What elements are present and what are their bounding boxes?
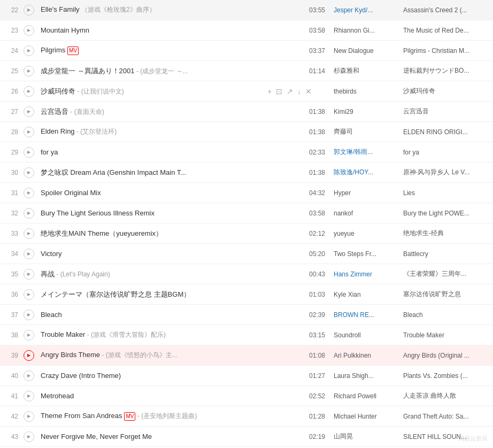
- track-artist[interactable]: Hyper: [330, 189, 400, 197]
- mv-badge[interactable]: MV: [67, 47, 79, 55]
- track-row[interactable]: 33▶绝地求生MAIN Theme（yueyueremix）02:12yueyu…: [0, 223, 493, 244]
- track-artist[interactable]: Kyle Xian: [330, 291, 400, 298]
- folder-icon[interactable]: ⊡: [275, 86, 283, 97]
- track-row[interactable]: 41▶Metrohead02:52Richard Powell人走茶凉 曲终人散: [0, 386, 493, 406]
- track-row[interactable]: 30▶梦之咏叹 Dream Aria (Genshin Impact Main …: [0, 163, 493, 183]
- track-artist[interactable]: Soundroll: [330, 331, 400, 339]
- play-button[interactable]: ▶: [24, 66, 34, 76]
- play-button[interactable]: ▶: [24, 147, 34, 158]
- track-artist[interactable]: Two Steps Fr...: [330, 250, 400, 258]
- track-title[interactable]: Mountain Hymn: [41, 26, 89, 34]
- track-artist[interactable]: 山岡晃: [330, 432, 400, 441]
- track-title[interactable]: 绝地求生MAIN Theme（yueyueremix）: [41, 229, 163, 237]
- track-row[interactable]: 24▶PilgrimsMV03:37New DialoguePilgrims -…: [0, 41, 493, 61]
- track-album[interactable]: 逆転裁判サウンドBO...: [400, 66, 491, 75]
- track-title[interactable]: Never Forgive Me, Never Forget Me: [41, 432, 152, 441]
- track-album[interactable]: 《王者荣耀》三周年...: [400, 269, 491, 279]
- play-button[interactable]: ▶: [24, 330, 34, 341]
- track-album[interactable]: Battlecry: [400, 250, 491, 258]
- share-icon[interactable]: ↗: [286, 86, 294, 97]
- track-album[interactable]: Bleach: [400, 311, 491, 319]
- play-button[interactable]: ▶: [24, 127, 34, 137]
- track-row[interactable]: 31▶Spoiler Original Mix04:32HyperLies: [0, 183, 493, 203]
- track-title[interactable]: Pilgrims: [41, 46, 65, 54]
- track-album[interactable]: Assassin's Creed 2 (...: [400, 6, 491, 14]
- track-row[interactable]: 28▶Elden Ring - (艾尔登法环)01:38齊藤司ELDEN RIN…: [0, 122, 493, 142]
- delete-icon[interactable]: ✕: [304, 86, 313, 97]
- track-artist[interactable]: yueyue: [330, 230, 400, 237]
- track-album[interactable]: Plants Vs. Zombies (...: [400, 372, 491, 380]
- track-title[interactable]: Crazy Dave (Intro Theme): [41, 372, 121, 380]
- track-artist[interactable]: Hans Zimmer: [330, 271, 400, 278]
- track-title[interactable]: Bury The Light Serious Illness Remix: [41, 209, 155, 217]
- track-title[interactable]: Elden Ring: [41, 127, 75, 135]
- track-row[interactable]: 36▶メインテーマ（塞尔达传说旷野之息 主题BGM）01:03Kyle Xian…: [0, 284, 493, 305]
- track-row[interactable]: 35▶再战 - (Let's Play Again)00:43Hans Zimm…: [0, 264, 493, 284]
- track-title[interactable]: 沙威玛传奇: [41, 87, 75, 95]
- track-title[interactable]: メインテーマ（塞尔达传说旷野之息 主题BGM）: [41, 290, 190, 298]
- play-button[interactable]: ▶: [24, 188, 34, 198]
- track-row[interactable]: 32▶Bury The Light Serious Illness Remix0…: [0, 203, 493, 223]
- play-button[interactable]: ▶: [24, 86, 34, 97]
- play-button[interactable]: ▶: [24, 269, 34, 280]
- track-album[interactable]: Pilgrims - Christian M...: [400, 47, 491, 55]
- track-row[interactable]: 38▶Trouble Maker - (游戏《滑雪大冒险》配乐)03:15Sou…: [0, 325, 493, 345]
- track-artist[interactable]: 陈致逸/HOY...: [330, 168, 400, 177]
- play-button[interactable]: ▶: [24, 310, 34, 320]
- track-title[interactable]: Bleach: [41, 311, 62, 319]
- track-album[interactable]: Angry Birds (Original ...: [400, 352, 491, 359]
- track-title[interactable]: Theme From San Andreas: [41, 412, 122, 420]
- track-album[interactable]: for ya: [400, 149, 491, 156]
- track-album[interactable]: 原神·风与异乡人 Le V...: [400, 168, 491, 177]
- play-button[interactable]: ▶: [24, 370, 34, 381]
- track-row[interactable]: 43▶Never Forgive Me, Never Forget Me02:1…: [0, 427, 493, 447]
- play-button[interactable]: ▶: [24, 350, 34, 361]
- track-artist[interactable]: nankof: [330, 210, 400, 217]
- track-artist[interactable]: Michael Hunter: [330, 413, 400, 420]
- track-title[interactable]: for ya: [41, 148, 58, 156]
- play-button[interactable]: ▶: [24, 25, 34, 36]
- track-artist[interactable]: Ari Pulkkinen: [330, 352, 400, 359]
- track-title[interactable]: Victory: [41, 250, 62, 258]
- track-row[interactable]: 29▶for ya02:33郭文琳/韩雨...for ya: [0, 142, 493, 163]
- play-button[interactable]: ▶: [24, 45, 34, 56]
- track-album[interactable]: Grand Theft Auto: Sa...: [400, 413, 491, 420]
- track-artist[interactable]: BROWN RE...: [330, 311, 400, 319]
- track-row[interactable]: 23▶Mountain Hymn03:58Rhiannon Gi...The M…: [0, 20, 493, 41]
- track-row[interactable]: 22▶Elle's Family （游戏《枪玫瑰2》曲序）03:55Jesper…: [0, 0, 493, 20]
- mv-badge[interactable]: MV: [124, 412, 135, 421]
- track-album[interactable]: 沙威玛传奇: [400, 87, 491, 96]
- track-album[interactable]: Trouble Maker: [400, 331, 491, 339]
- track-row[interactable]: 37▶Bleach02:39BROWN RE...Bleach: [0, 305, 493, 325]
- add-icon[interactable]: +: [266, 86, 273, 97]
- track-artist[interactable]: thebirds: [330, 88, 400, 95]
- track-album[interactable]: ELDEN RING ORIGI...: [400, 128, 491, 136]
- track-artist[interactable]: 杉森雅和: [330, 66, 400, 75]
- track-row[interactable]: 34▶Victory05:20Two Steps Fr...Battlecry: [0, 244, 493, 264]
- track-artist[interactable]: 郭文琳/韩雨...: [330, 148, 400, 157]
- track-artist[interactable]: Kimi29: [330, 108, 400, 115]
- play-button[interactable]: ▶: [24, 431, 34, 442]
- track-album[interactable]: 塞尔达传说旷野之息: [400, 290, 491, 299]
- track-row[interactable]: 40▶Crazy Dave (Intro Theme)01:27Laura Sh…: [0, 366, 493, 386]
- track-album[interactable]: 人走茶凉 曲终人散: [400, 391, 491, 400]
- track-album[interactable]: 云宫迅音: [400, 107, 491, 116]
- play-button[interactable]: ▶: [24, 208, 34, 219]
- play-button[interactable]: ▶: [24, 106, 34, 117]
- track-artist[interactable]: New Dialogue: [330, 47, 400, 55]
- track-title[interactable]: Angry Birds Theme: [41, 351, 100, 359]
- track-title[interactable]: 云宫迅音: [41, 107, 68, 115]
- track-title[interactable]: 成步堂龍一 ～異議あり！2001: [41, 67, 135, 75]
- track-artist[interactable]: Laura Shigh...: [330, 372, 400, 380]
- track-artist[interactable]: Richard Powell: [330, 392, 400, 400]
- track-artist[interactable]: Rhiannon Gi...: [330, 27, 400, 34]
- play-button[interactable]: ▶: [24, 249, 34, 259]
- track-title[interactable]: 梦之咏叹 Dream Aria (Genshin Impact Main T..…: [41, 168, 186, 176]
- track-artist[interactable]: 齊藤司: [330, 127, 400, 136]
- play-button[interactable]: ▶: [24, 391, 34, 401]
- track-title[interactable]: 再战: [41, 270, 55, 278]
- download-icon[interactable]: ↓: [296, 86, 302, 97]
- play-button[interactable]: ▶: [24, 5, 34, 16]
- track-title[interactable]: Spoiler Original Mix: [41, 189, 101, 197]
- track-title[interactable]: Metrohead: [41, 392, 74, 400]
